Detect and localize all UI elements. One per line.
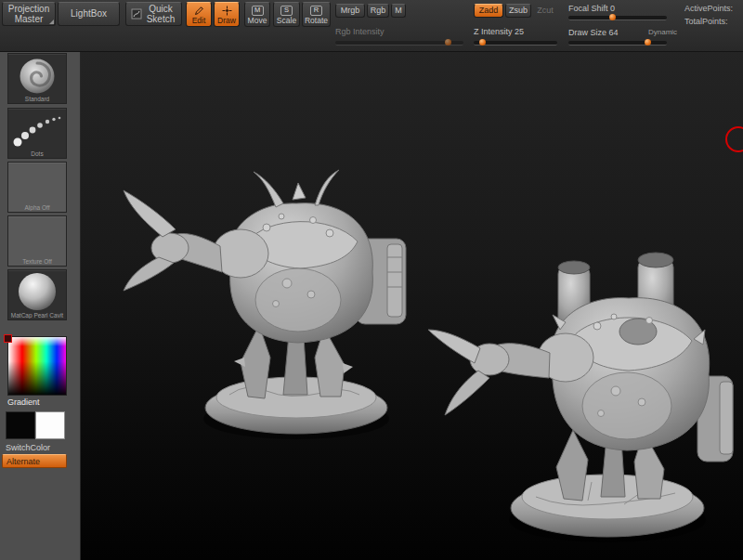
focal-shift-knob[interactable]: [609, 14, 616, 20]
brush-thumbnail[interactable]: Standard: [7, 53, 67, 104]
dynamic-label: Dynamic: [648, 28, 677, 36]
rotate-letter-icon: R: [310, 6, 322, 16]
dots-stroke-icon: [12, 113, 62, 149]
move-letter-icon: M: [252, 6, 264, 16]
app-window: Projection Master LightBox Quick Sketch …: [0, 0, 743, 560]
edit-button[interactable]: Edit: [186, 2, 212, 27]
texture-off-thumbnail[interactable]: Texture Off: [7, 215, 67, 267]
move-button[interactable]: M Move: [244, 2, 270, 27]
sketch-icon: [131, 8, 142, 20]
switch-color-button[interactable]: SwitchColor: [6, 443, 50, 452]
alternate-label: Alternate: [7, 457, 40, 466]
alternate-button[interactable]: Alternate: [2, 454, 67, 468]
primary-color-swatch[interactable]: [6, 411, 35, 439]
draw-size-slider[interactable]: [568, 41, 667, 46]
standard-brush-icon: [17, 57, 58, 96]
total-points-label: TotalPoints:: [684, 17, 728, 26]
rotate-label: Rotate: [305, 17, 328, 26]
zcut-label: Zcut: [537, 6, 554, 15]
rgb-label: Rgb: [371, 6, 386, 15]
corner-fold-icon: [49, 20, 54, 24]
brush-thumbnail-label: Standard: [8, 96, 66, 102]
active-points-label: ActivePoints:: [684, 4, 733, 13]
move-label: Move: [248, 17, 267, 26]
rgb-intensity-slider[interactable]: [335, 41, 463, 46]
crosshair-icon: [222, 6, 232, 16]
draw-label: Draw: [217, 17, 236, 26]
gradient-label: Gradient: [7, 397, 40, 407]
scale-label: Scale: [277, 17, 296, 26]
stroke-thumbnail[interactable]: Dots: [7, 108, 67, 159]
material-sphere-icon: [16, 271, 59, 314]
document-canvas[interactable]: [80, 51, 743, 560]
draw-button[interactable]: Draw: [214, 2, 240, 27]
zadd-button[interactable]: Zadd: [474, 4, 503, 18]
z-intensity-slider[interactable]: [474, 41, 557, 46]
texture-off-label: Texture Off: [8, 258, 66, 265]
zsub-button[interactable]: Zsub: [505, 4, 531, 18]
sculpt-model-right[interactable]: [428, 253, 733, 542]
mrgb-button[interactable]: Mrgb: [335, 4, 365, 18]
material-thumbnail-label: MatCap Pearl Cavit: [8, 312, 66, 319]
mrgb-label: Mrgb: [341, 6, 360, 15]
focal-shift-label: Focal Shift 0: [568, 4, 615, 13]
projection-master-label: Projection Master: [3, 4, 55, 25]
m-button[interactable]: M: [391, 4, 406, 18]
m-label: M: [395, 6, 402, 15]
material-thumbnail[interactable]: MatCap Pearl Cavit: [7, 269, 67, 320]
lightbox-label: LightBox: [71, 8, 107, 20]
lightbox-button[interactable]: LightBox: [58, 2, 120, 26]
left-shelf: Standard Dots Alpha Off Texture Off: [0, 51, 81, 560]
rgb-intensity-knob[interactable]: [445, 39, 451, 46]
quick-sketch-button[interactable]: Quick Sketch: [125, 2, 182, 26]
draw-size-label: Draw Size 64: [568, 28, 619, 37]
scale-button[interactable]: S Scale: [273, 2, 300, 27]
zsub-label: Zsub: [509, 6, 528, 15]
pencil-icon: [194, 6, 204, 16]
zadd-label: Zadd: [479, 6, 499, 15]
secondary-color-swatch[interactable]: [35, 411, 65, 439]
edit-label: Edit: [192, 17, 206, 26]
sculpt-viewport: [81, 51, 743, 560]
top-toolbar: Projection Master LightBox Quick Sketch …: [0, 0, 743, 52]
zcut-button[interactable]: Zcut: [533, 4, 557, 18]
draw-size-knob[interactable]: [645, 39, 651, 46]
focal-shift-slider[interactable]: [568, 16, 667, 20]
rgb-button[interactable]: Rgb: [367, 4, 389, 18]
rgb-intensity-label: Rgb Intensity: [335, 27, 385, 36]
sculpt-model-left[interactable]: [124, 170, 406, 439]
z-intensity-knob[interactable]: [479, 39, 486, 46]
z-intensity-label: Z Intensity 25: [474, 27, 524, 36]
stroke-thumbnail-label: Dots: [8, 150, 66, 157]
scale-letter-icon: S: [280, 6, 293, 16]
brush-cursor-ring: [726, 127, 743, 151]
color-indicator: [4, 334, 12, 343]
alpha-off-thumbnail[interactable]: Alpha Off: [7, 162, 67, 213]
alpha-off-label: Alpha Off: [8, 204, 66, 211]
quick-sketch-label: Quick Sketch: [145, 4, 176, 25]
color-picker[interactable]: [7, 336, 67, 396]
rotate-button[interactable]: R Rotate: [302, 2, 331, 27]
projection-master-button[interactable]: Projection Master: [2, 2, 56, 26]
